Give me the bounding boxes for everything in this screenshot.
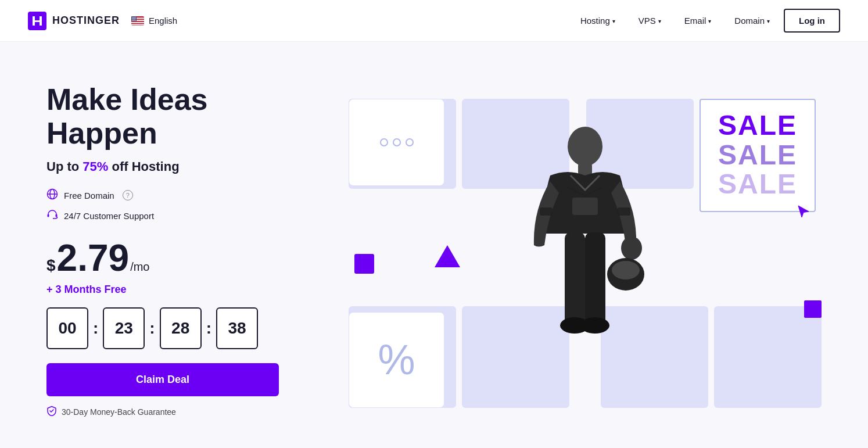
- svg-rect-41: [565, 232, 585, 325]
- chevron-down-icon: ▾: [612, 18, 615, 24]
- svg-point-44: [580, 317, 609, 334]
- navbar: HOSTINGER: [0, 0, 868, 42]
- login-button[interactable]: Log in: [784, 9, 840, 33]
- sale-text-2: SALE: [718, 141, 797, 170]
- hero-headline: Make Ideas Happen: [46, 83, 325, 149]
- svg-point-14: [134, 17, 135, 18]
- chevron-down-icon: ▾: [658, 18, 661, 24]
- svg-rect-46: [540, 207, 553, 216]
- claim-deal-button[interactable]: Claim Deal: [46, 363, 279, 396]
- svg-point-40: [612, 261, 640, 279]
- navbar-right: Hosting ▾ VPS ▾ Email ▾ Domain ▾ Log in: [571, 9, 840, 33]
- svg-point-8: [132, 16, 133, 17]
- svg-rect-45: [572, 198, 598, 215]
- brand-name: HOSTINGER: [52, 15, 120, 27]
- price-symbol: $: [46, 256, 56, 275]
- svg-rect-34: [56, 214, 58, 217]
- chevron-down-icon: ▾: [767, 18, 770, 24]
- nav-vps[interactable]: VPS ▾: [629, 11, 670, 30]
- purple-square: [354, 254, 374, 274]
- svg-point-11: [135, 16, 136, 17]
- countdown-sep-1: :: [93, 319, 98, 338]
- countdown-millis: 38: [216, 307, 258, 349]
- sale-text-1: SALE: [718, 111, 797, 140]
- svg-rect-4: [131, 21, 144, 23]
- sale-text-3: SALE: [718, 170, 797, 199]
- svg-point-9: [134, 16, 134, 17]
- subheadline-highlight: 75%: [83, 159, 108, 174]
- purple-triangle: [435, 245, 460, 267]
- language-label: English: [149, 16, 177, 26]
- subheadline-prefix: Up to: [46, 159, 83, 174]
- svg-rect-5: [131, 24, 144, 25]
- svg-point-24: [135, 19, 135, 20]
- chevron-down-icon: ▾: [708, 18, 711, 24]
- price-block: $ 2.79 /mo: [46, 239, 325, 277]
- percent-card: %: [349, 312, 444, 408]
- svg-point-38: [621, 236, 642, 260]
- feature-support: 24/7 Customer Support: [46, 209, 325, 223]
- svg-point-36: [568, 127, 602, 166]
- browser-dot-1: [380, 138, 388, 146]
- main-content: Make Ideas Happen Up to 75% off Hosting …: [0, 42, 868, 448]
- price-period: /mo: [130, 260, 149, 274]
- browser-dot-3: [406, 138, 414, 146]
- countdown-seconds: 28: [160, 307, 202, 349]
- price-main: $ 2.79 /mo: [46, 239, 325, 277]
- features-list: Free Domain ? 24/7 Customer Support: [46, 188, 325, 223]
- countdown-minutes: 23: [103, 307, 145, 349]
- countdown-hours: 00: [46, 307, 88, 349]
- feature-domain-text: Free Domain: [64, 191, 114, 200]
- price-value: 2.79: [57, 239, 130, 277]
- hero-illustration: % SALE SALE SALE: [349, 83, 822, 420]
- svg-rect-33: [48, 214, 49, 217]
- money-back-guarantee: 30-Day Money-Back Guarantee: [46, 406, 325, 418]
- svg-point-29: [135, 20, 136, 20]
- sale-card: SALE SALE SALE: [700, 99, 816, 212]
- headset-icon: [46, 209, 58, 223]
- cursor-icon: [797, 205, 811, 224]
- svg-point-17: [132, 18, 133, 19]
- svg-point-16: [132, 18, 132, 19]
- svg-point-21: [132, 19, 133, 20]
- browser-dot-2: [393, 138, 401, 146]
- svg-point-27: [134, 20, 134, 20]
- nav-hosting[interactable]: Hosting ▾: [571, 11, 625, 30]
- svg-point-18: [134, 18, 134, 19]
- nav-domain[interactable]: Domain ▾: [725, 11, 779, 30]
- guarantee-text: 30-Day Money-Back Guarantee: [62, 407, 176, 417]
- hero-person: [498, 83, 672, 420]
- logo[interactable]: HOSTINGER: [28, 12, 120, 30]
- feature-domain: Free Domain ?: [46, 188, 325, 203]
- months-free: + 3 Months Free: [46, 284, 325, 296]
- svg-point-35: [53, 218, 54, 219]
- svg-point-15: [135, 17, 135, 18]
- svg-point-20: [135, 18, 136, 19]
- nav-email[interactable]: Email ▾: [675, 11, 721, 30]
- svg-point-7: [132, 16, 132, 17]
- logo-icon: [28, 12, 46, 30]
- svg-point-10: [134, 16, 135, 17]
- svg-rect-42: [585, 232, 605, 325]
- hero-left: Make Ideas Happen Up to 75% off Hosting …: [46, 83, 325, 418]
- svg-point-25: [132, 20, 132, 20]
- bg-square-br: [714, 306, 822, 408]
- countdown-timer: 00 : 23 : 28 : 38: [46, 307, 325, 349]
- svg-point-22: [133, 19, 134, 20]
- help-icon[interactable]: ?: [123, 190, 133, 200]
- countdown-sep-3: :: [206, 319, 211, 338]
- hero-subheadline: Up to 75% off Hosting: [46, 159, 325, 174]
- countdown-sep-2: :: [149, 319, 155, 338]
- navbar-left: HOSTINGER: [28, 12, 177, 30]
- globe-icon: [46, 188, 58, 203]
- flag-icon: [131, 16, 144, 26]
- svg-rect-47: [618, 207, 630, 216]
- svg-point-28: [134, 20, 135, 20]
- svg-point-19: [134, 18, 135, 19]
- svg-point-23: [134, 19, 135, 20]
- person-svg: [510, 117, 661, 420]
- svg-point-12: [132, 17, 133, 18]
- purple-square-br: [804, 300, 822, 318]
- svg-rect-37: [578, 163, 592, 175]
- language-selector[interactable]: English: [131, 16, 177, 26]
